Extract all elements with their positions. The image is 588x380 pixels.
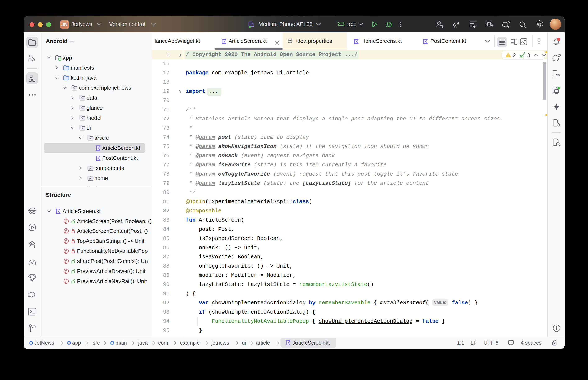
svg-text:A: A [454, 24, 457, 28]
